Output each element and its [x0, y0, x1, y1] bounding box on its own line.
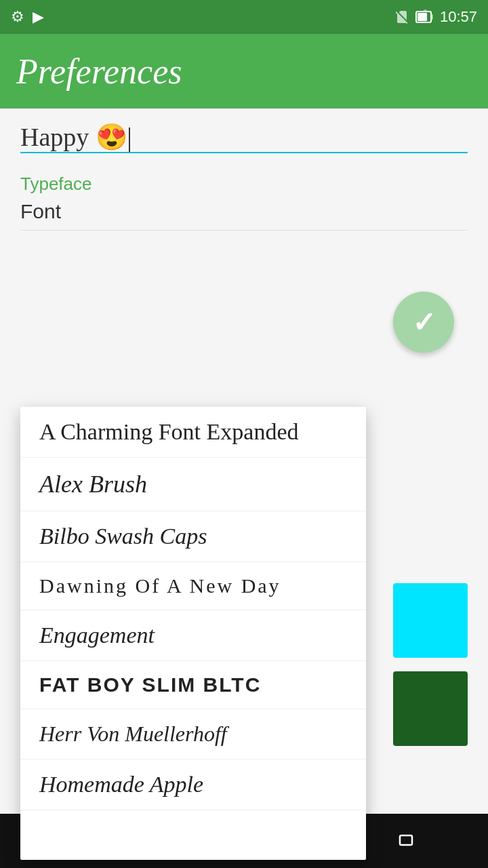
recents-button[interactable] — [382, 823, 431, 859]
main-content: Happy 😍 ✓ Typeface Font A Charming Font … — [0, 108, 488, 814]
time-display: 10:57 — [440, 8, 477, 26]
status-bar: ⚙ ▶ 10:57 — [0, 0, 488, 34]
font-option-fat-boy-slim-bltc[interactable]: Fat Boy Slim Bltc — [20, 661, 366, 709]
font-option-engagement[interactable]: Engagement — [20, 610, 366, 661]
divider — [20, 230, 468, 231]
android-icon: ⚙ — [11, 8, 24, 26]
input-area: Happy 😍 — [0, 108, 488, 160]
status-bar-right: 10:57 — [394, 8, 477, 26]
color-swatches — [393, 583, 468, 760]
font-option-a-charming-font-expanded[interactable]: A Charming Font Expanded — [20, 407, 366, 458]
font-option-herr-von-muellerhoff[interactable]: Herr Von Muellerhoff — [20, 709, 366, 760]
typeface-label: Typeface — [20, 174, 468, 195]
name-input-display[interactable]: Happy 😍 — [20, 116, 130, 157]
color-swatch-dark-green[interactable] — [393, 671, 468, 746]
status-bar-left: ⚙ ▶ — [11, 8, 44, 26]
checkmark-icon: ✓ — [412, 306, 436, 339]
font-option-alex-brush[interactable]: Alex Brush — [20, 458, 366, 511]
svg-rect-3 — [400, 835, 412, 845]
battery-icon — [415, 9, 434, 25]
font-label: Font — [20, 200, 468, 223]
confirm-fab[interactable]: ✓ — [393, 292, 454, 353]
typeface-section: Typeface Font — [0, 160, 488, 230]
font-option-partial[interactable] — [20, 810, 366, 860]
play-icon: ▶ — [33, 8, 44, 26]
svg-rect-1 — [418, 13, 427, 21]
no-sim-icon — [394, 9, 410, 25]
font-option-dawning-of-a-new-day[interactable]: Dawning Of A New Day — [20, 562, 366, 610]
app-bar: Preferences — [0, 34, 488, 108]
font-option-homemade-apple[interactable]: Homemade Apple — [20, 760, 366, 810]
app-bar-title: Preferences — [16, 52, 182, 92]
text-input-container: Happy 😍 — [20, 122, 468, 153]
font-option-bilbo-swash-caps[interactable]: Bilbo Swash Caps — [20, 511, 366, 562]
color-swatch-cyan[interactable] — [393, 583, 468, 658]
text-cursor — [129, 127, 130, 152]
font-dropdown: A Charming Font Expanded Alex Brush Bilb… — [20, 407, 366, 860]
